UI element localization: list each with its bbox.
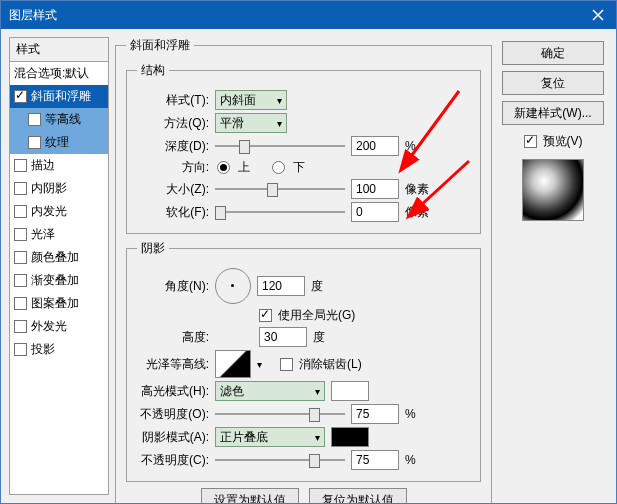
shadow-opacity-unit: % <box>405 453 416 467</box>
soften-slider[interactable] <box>215 204 345 220</box>
style-item-7[interactable]: 颜色叠加 <box>10 246 108 269</box>
style-item-2[interactable]: 纹理 <box>10 131 108 154</box>
highlight-mode-label: 高光模式(H): <box>137 383 209 400</box>
antialias-checkbox[interactable] <box>280 358 293 371</box>
shadow-color-swatch[interactable] <box>331 427 369 447</box>
style-item-10[interactable]: 外发光 <box>10 315 108 338</box>
depth-slider[interactable] <box>215 138 345 154</box>
highlight-opacity-input[interactable] <box>351 404 399 424</box>
structure-legend: 结构 <box>137 62 169 79</box>
depth-input[interactable] <box>351 136 399 156</box>
style-label-0: 斜面和浮雕 <box>31 88 91 105</box>
style-item-4[interactable]: 内阴影 <box>10 177 108 200</box>
soften-input[interactable] <box>351 202 399 222</box>
altitude-unit: 度 <box>313 329 325 346</box>
direction-up-radio[interactable] <box>217 161 230 174</box>
highlight-opacity-unit: % <box>405 407 416 421</box>
ok-button[interactable]: 确定 <box>502 41 604 65</box>
global-light-checkbox[interactable] <box>259 309 272 322</box>
style-check-7[interactable] <box>14 251 27 264</box>
soften-unit: 像素 <box>405 204 429 221</box>
style-label: 样式(T): <box>137 92 209 109</box>
blend-options-row[interactable]: 混合选项:默认 <box>10 62 108 85</box>
size-unit: 像素 <box>405 181 429 198</box>
chevron-down-icon: ▾ <box>277 118 282 129</box>
gloss-contour-label: 光泽等高线: <box>137 356 209 373</box>
preview-label: 预览(V) <box>543 133 583 150</box>
style-check-10[interactable] <box>14 320 27 333</box>
depth-label: 深度(D): <box>137 138 209 155</box>
soften-label: 软化(F): <box>137 204 209 221</box>
window-title: 图层样式 <box>9 7 57 24</box>
style-item-6[interactable]: 光泽 <box>10 223 108 246</box>
style-check-3[interactable] <box>14 159 27 172</box>
preview-checkbox[interactable] <box>524 135 537 148</box>
style-label-1: 等高线 <box>45 111 81 128</box>
title-bar: 图层样式 <box>1 1 616 29</box>
style-label-9: 图案叠加 <box>31 295 79 312</box>
style-item-1[interactable]: 等高线 <box>10 108 108 131</box>
style-item-5[interactable]: 内发光 <box>10 200 108 223</box>
shadow-mode-label: 阴影模式(A): <box>137 429 209 446</box>
close-button[interactable] <box>580 1 616 29</box>
chevron-down-icon[interactable]: ▾ <box>257 359 262 370</box>
style-label-8: 渐变叠加 <box>31 272 79 289</box>
style-check-11[interactable] <box>14 343 27 356</box>
highlight-opacity-slider[interactable] <box>215 406 345 422</box>
method-label: 方法(Q): <box>137 115 209 132</box>
style-label-7: 颜色叠加 <box>31 249 79 266</box>
style-item-0[interactable]: 斜面和浮雕 <box>10 85 108 108</box>
new-style-button[interactable]: 新建样式(W)... <box>502 101 604 125</box>
style-check-8[interactable] <box>14 274 27 287</box>
reset-default-button[interactable]: 复位为默认值 <box>309 488 407 504</box>
style-label-5: 内发光 <box>31 203 67 220</box>
angle-unit: 度 <box>311 278 323 295</box>
chevron-down-icon: ▾ <box>315 432 320 443</box>
shading-group: 阴影 角度(N): 度 使用全局光(G) 高度: <box>126 240 481 482</box>
direction-down-radio[interactable] <box>272 161 285 174</box>
style-item-11[interactable]: 投影 <box>10 338 108 361</box>
reset-button[interactable]: 复位 <box>502 71 604 95</box>
altitude-input[interactable] <box>259 327 307 347</box>
chevron-down-icon: ▾ <box>277 95 282 106</box>
size-input[interactable] <box>351 179 399 199</box>
style-item-3[interactable]: 描边 <box>10 154 108 177</box>
angle-picker[interactable] <box>215 268 251 304</box>
style-check-1[interactable] <box>28 113 41 126</box>
direction-up-text: 上 <box>238 159 250 176</box>
style-label-11: 投影 <box>31 341 55 358</box>
depth-unit: % <box>405 139 416 153</box>
size-slider[interactable] <box>215 181 345 197</box>
shadow-opacity-slider[interactable] <box>215 452 345 468</box>
structure-group: 结构 样式(T): 内斜面▾ 方法(Q): 平滑▾ 深度(D): % <box>126 62 481 234</box>
direction-down-text: 下 <box>293 159 305 176</box>
style-item-8[interactable]: 渐变叠加 <box>10 269 108 292</box>
style-list: 样式 混合选项:默认 斜面和浮雕等高线纹理描边内阴影内发光光泽颜色叠加渐变叠加图… <box>9 37 109 495</box>
style-item-9[interactable]: 图案叠加 <box>10 292 108 315</box>
style-select[interactable]: 内斜面▾ <box>215 90 287 110</box>
gloss-contour-picker[interactable] <box>215 350 251 378</box>
method-select[interactable]: 平滑▾ <box>215 113 287 133</box>
altitude-label: 高度: <box>137 329 209 346</box>
highlight-mode-select[interactable]: 滤色▾ <box>215 381 325 401</box>
style-label-2: 纹理 <box>45 134 69 151</box>
angle-input[interactable] <box>257 276 305 296</box>
bevel-legend: 斜面和浮雕 <box>126 37 194 54</box>
angle-label: 角度(N): <box>137 278 209 295</box>
style-check-5[interactable] <box>14 205 27 218</box>
style-label-3: 描边 <box>31 157 55 174</box>
style-check-0[interactable] <box>14 90 27 103</box>
make-default-button[interactable]: 设置为默认值 <box>201 488 299 504</box>
style-label-4: 内阴影 <box>31 180 67 197</box>
style-check-9[interactable] <box>14 297 27 310</box>
style-check-6[interactable] <box>14 228 27 241</box>
size-label: 大小(Z): <box>137 181 209 198</box>
style-check-2[interactable] <box>28 136 41 149</box>
highlight-color-swatch[interactable] <box>331 381 369 401</box>
shadow-mode-select[interactable]: 正片叠底▾ <box>215 427 325 447</box>
antialias-label: 消除锯齿(L) <box>299 356 362 373</box>
shadow-opacity-input[interactable] <box>351 450 399 470</box>
highlight-opacity-label: 不透明度(O): <box>137 406 209 423</box>
style-check-4[interactable] <box>14 182 27 195</box>
blend-options-label: 混合选项:默认 <box>14 65 89 82</box>
